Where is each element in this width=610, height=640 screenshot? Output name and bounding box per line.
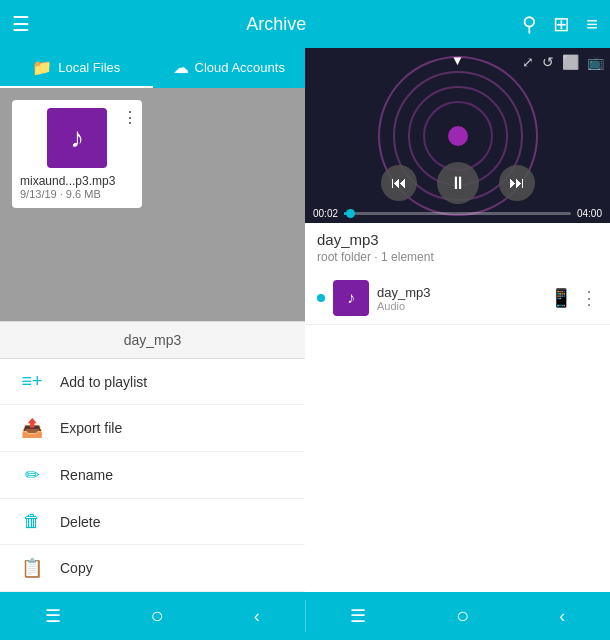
prev-button[interactable]: ⏮ [381, 165, 417, 201]
menu-item-export-label: Export file [60, 420, 122, 436]
nav-menu-icon-left[interactable]: ☰ [45, 605, 61, 627]
add-playlist-icon: ≡+ [20, 371, 44, 392]
export-icon: 📤 [20, 417, 44, 439]
track-active-dot [317, 294, 325, 302]
track-name: day_mp3 [377, 285, 550, 300]
file-grid: ♪ mixaund...p3.mp3 9/13/19 · 9.6 MB ⋮ [0, 88, 305, 321]
player-info: day_mp3 root folder · 1 element [305, 223, 610, 272]
file-item[interactable]: ♪ mixaund...p3.mp3 9/13/19 · 9.6 MB ⋮ [12, 100, 142, 208]
main-content: 📁 Local Files ☁ Cloud Accounts ♪ mixaund… [0, 48, 610, 592]
current-time: 00:02 [313, 208, 338, 219]
player-visual: ▼ ⏮ ⏸ ⏭ 00:02 [305, 48, 610, 223]
tab-local-files[interactable]: 📁 Local Files [0, 48, 153, 88]
repeat-icon[interactable]: ↺ [542, 54, 554, 70]
file-thumbnail: ♪ [47, 108, 107, 168]
total-time: 04:00 [577, 208, 602, 219]
left-panel: 📁 Local Files ☁ Cloud Accounts ♪ mixaund… [0, 48, 305, 592]
tabs: 📁 Local Files ☁ Cloud Accounts [0, 48, 305, 88]
file-more-icon[interactable]: ⋮ [122, 108, 138, 127]
nav-circle-icon-left[interactable]: ○ [151, 603, 164, 629]
expand-icon[interactable]: ⬜ [562, 54, 579, 70]
player-buttons: ⏮ ⏸ ⏭ [313, 162, 602, 204]
context-menu-title: day_mp3 [0, 322, 305, 359]
track-device-icon: 📱 [550, 287, 572, 309]
track-meta: day_mp3 Audio [377, 285, 550, 312]
menu-item-export[interactable]: 📤 Export file [0, 405, 305, 452]
track-thumbnail: ♪ [333, 280, 369, 316]
pause-button[interactable]: ⏸ [437, 162, 479, 204]
bottom-nav-right: ☰ ○ ‹ [306, 592, 611, 640]
progress-bar[interactable] [344, 212, 571, 215]
context-menu: day_mp3 ≡+ Add to playlist 📤 Export file… [0, 321, 305, 592]
menu-item-delete[interactable]: 🗑 Delete [0, 499, 305, 545]
menu-item-rename[interactable]: ✏ Rename [0, 452, 305, 499]
bottom-nav-left: ☰ ○ ‹ [0, 592, 305, 640]
rename-icon: ✏ [20, 464, 44, 486]
tab-cloud-label: Cloud Accounts [195, 60, 285, 75]
music-note-icon: ♪ [70, 122, 84, 154]
file-meta: 9/13/19 · 9.6 MB [20, 188, 134, 200]
vinyl-center [448, 126, 468, 146]
track-more-icon[interactable]: ⋮ [580, 287, 598, 309]
menu-item-copy[interactable]: 📋 Copy [0, 545, 305, 592]
tab-cloud-accounts[interactable]: ☁ Cloud Accounts [153, 48, 306, 88]
nav-menu-icon-right[interactable]: ☰ [350, 605, 366, 627]
menu-item-rename-label: Rename [60, 467, 113, 483]
nav-circle-icon-right[interactable]: ○ [456, 603, 469, 629]
menu-item-delete-label: Delete [60, 514, 100, 530]
app-bar: ☰ Archive ⚲ ⊞ ≡ [0, 0, 610, 48]
search-icon[interactable]: ⚲ [522, 12, 537, 36]
app-title: Archive [46, 14, 506, 35]
local-files-icon: 📁 [32, 58, 52, 77]
menu-item-copy-label: Copy [60, 560, 93, 576]
track-item[interactable]: ♪ day_mp3 Audio 📱 ⋮ [305, 272, 610, 325]
track-music-icon: ♪ [347, 289, 355, 307]
bottom-nav: ☰ ○ ‹ ☰ ○ ‹ [0, 592, 610, 640]
track-list: ♪ day_mp3 Audio 📱 ⋮ [305, 272, 610, 592]
grid-icon[interactable]: ⊞ [553, 12, 570, 36]
nav-back-icon-right[interactable]: ‹ [559, 606, 565, 627]
nav-back-icon-left[interactable]: ‹ [254, 606, 260, 627]
player-subfolder: root folder · 1 element [317, 250, 598, 264]
filter-icon[interactable]: ≡ [586, 13, 598, 36]
track-type: Audio [377, 300, 550, 312]
progress-row: 00:02 04:00 [313, 208, 602, 219]
menu-item-add-playlist-label: Add to playlist [60, 374, 147, 390]
player-actions: ⤢ ↺ ⬜ 📺 [522, 54, 604, 70]
next-button[interactable]: ⏭ [499, 165, 535, 201]
file-name: mixaund...p3.mp3 [20, 174, 134, 188]
copy-icon: 📋 [20, 557, 44, 579]
cast-icon[interactable]: 📺 [587, 54, 604, 70]
cloud-icon: ☁ [173, 58, 189, 77]
progress-thumb [346, 209, 355, 218]
menu-item-add-playlist[interactable]: ≡+ Add to playlist [0, 359, 305, 405]
tab-local-files-label: Local Files [58, 60, 120, 75]
right-panel: ▼ ⏮ ⏸ ⏭ 00:02 [305, 48, 610, 592]
menu-icon[interactable]: ☰ [12, 12, 30, 36]
player-song-title: day_mp3 [317, 231, 598, 248]
delete-icon: 🗑 [20, 511, 44, 532]
player-controls-overlay: ⏮ ⏸ ⏭ 00:02 04:00 [305, 158, 610, 223]
fullscreen-icon[interactable]: ⤢ [522, 54, 534, 70]
